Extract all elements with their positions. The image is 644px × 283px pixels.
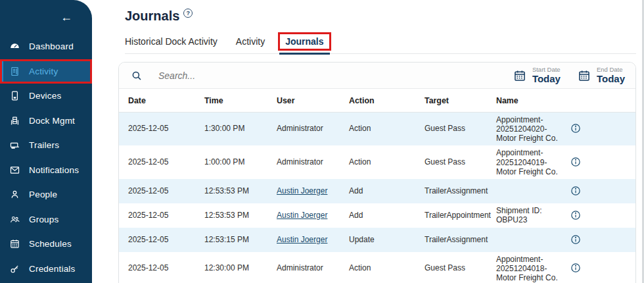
sidebar-item-label: Notifications <box>29 165 79 175</box>
sidebar-item-dashboard[interactable]: Dashboard <box>0 34 92 59</box>
notifications-icon <box>9 165 20 176</box>
sidebar-item-label: Credentials <box>29 264 76 274</box>
table-header-row: Date Time User Action Target Name <box>119 89 635 113</box>
toolbar: Start Date Today End Date Today <box>119 63 635 89</box>
sidebar-item-label: Dock Mgmt <box>29 116 75 126</box>
start-date-value: Today <box>532 73 561 84</box>
sidebar-nav: Dashboard Activity Devices Dock Mgmt Tra… <box>0 34 92 281</box>
sidebar-item-label: People <box>29 190 57 199</box>
sidebar-item-notifications[interactable]: Notifications <box>0 158 92 183</box>
table-row: 2025-12-05 12:53:53 PM Austin Joerger Ad… <box>119 179 635 203</box>
journals-table: Date Time User Action Target Name 2025-1… <box>119 89 635 283</box>
sidebar-item-credentials[interactable]: Credentials <box>0 257 92 282</box>
end-date-picker[interactable]: End Date Today <box>578 66 625 85</box>
user-link[interactable]: Austin Joerger <box>277 235 327 244</box>
end-date-label: End Date <box>597 66 625 73</box>
sidebar-item-dock-mgmt[interactable]: Dock Mgmt <box>0 109 92 134</box>
tab-journals-label: Journals <box>278 32 331 51</box>
user-link[interactable]: Austin Joerger <box>277 211 327 220</box>
table-row: 2025-12-05 12:30:00 PM Administrator Act… <box>119 252 635 283</box>
sidebar-item-trailers[interactable]: Trailers <box>0 133 92 158</box>
dock-mgmt-icon <box>9 115 20 126</box>
tab-bar: Historical Dock Activity Activity Journa… <box>125 32 636 54</box>
info-icon[interactable] <box>570 156 582 168</box>
main-content: Journals ? Historical Dock Activity Acti… <box>92 0 644 283</box>
tab-journals[interactable]: Journals <box>283 32 331 53</box>
sidebar-item-groups[interactable]: Groups <box>0 207 92 232</box>
tab-historical-dock-activity[interactable]: Historical Dock Activity <box>125 36 218 53</box>
info-icon[interactable] <box>570 122 582 134</box>
sidebar-item-people[interactable]: People <box>0 182 92 207</box>
sidebar-item-label: Groups <box>29 215 58 224</box>
end-date-value: Today <box>597 73 625 84</box>
page-title: Journals <box>125 9 179 24</box>
credentials-icon <box>9 263 20 274</box>
table-row: 2025-12-05 1:30:00 PM Administrator Acti… <box>119 113 635 146</box>
table-row: 2025-12-05 1:00:00 PM Administrator Acti… <box>119 145 635 178</box>
people-icon <box>9 189 20 200</box>
help-icon[interactable]: ? <box>183 9 193 18</box>
start-date-picker[interactable]: Start Date Today <box>513 66 561 85</box>
sidebar-item-devices[interactable]: Devices <box>0 84 92 109</box>
info-icon[interactable] <box>570 185 582 197</box>
search-input[interactable] <box>158 70 356 81</box>
user-link[interactable]: Austin Joerger <box>277 186 327 195</box>
info-icon[interactable] <box>570 234 582 245</box>
groups-icon <box>9 214 20 225</box>
sidebar: ← Dashboard Activity Devices Dock Mgmt <box>0 0 92 283</box>
sidebar-item-label: Devices <box>29 91 61 101</box>
table-row: 2025-12-05 12:53:15 PM Austin Joerger Up… <box>119 228 635 252</box>
dashboard-icon <box>9 41 20 52</box>
schedules-icon <box>9 238 20 249</box>
calendar-icon <box>578 69 591 82</box>
sidebar-item-label: Trailers <box>29 140 59 150</box>
info-icon[interactable] <box>570 209 582 221</box>
info-icon[interactable] <box>570 262 582 274</box>
tab-activity[interactable]: Activity <box>236 36 265 53</box>
col-header-user: User <box>271 89 344 113</box>
sidebar-item-activity[interactable]: Activity <box>0 59 92 84</box>
sidebar-item-label: Activity <box>29 66 58 76</box>
sidebar-collapse-button[interactable]: ← <box>60 11 72 23</box>
col-header-name: Name <box>491 89 564 113</box>
table-row: 2025-12-05 12:53:53 PM Austin Joerger Ad… <box>119 203 635 228</box>
start-date-label: Start Date <box>532 66 561 73</box>
col-header-action: Action <box>344 89 419 113</box>
journals-panel: Start Date Today End Date Today <box>118 62 636 283</box>
sidebar-item-label: Dashboard <box>29 41 74 51</box>
col-header-date: Date <box>119 89 199 113</box>
col-header-target: Target <box>419 89 491 113</box>
trailers-icon <box>9 140 20 151</box>
sidebar-item-label: Schedules <box>29 239 72 249</box>
sidebar-item-schedules[interactable]: Schedules <box>0 232 92 257</box>
col-header-time: Time <box>199 89 271 113</box>
calendar-icon <box>513 69 526 82</box>
col-header-info <box>564 89 635 113</box>
activity-icon <box>9 66 20 77</box>
search-icon[interactable] <box>131 70 143 82</box>
devices-icon <box>9 90 20 101</box>
